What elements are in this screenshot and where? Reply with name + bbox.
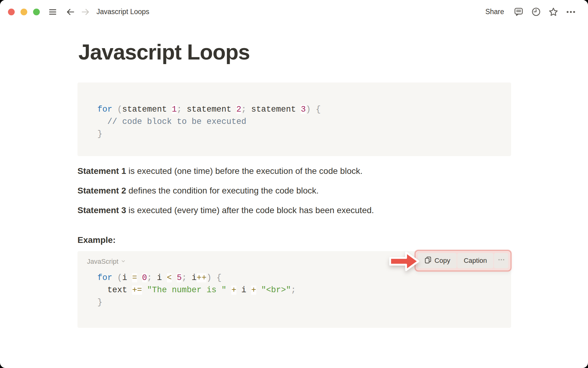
example-label: Example: <box>77 235 588 245</box>
statement-1-label: Statement 1 <box>77 166 126 176</box>
comments-button[interactable] <box>512 5 525 19</box>
titlebar-actions: Share <box>482 5 578 19</box>
sidebar-menu-button[interactable] <box>46 5 59 19</box>
caption-button-label: Caption <box>464 257 487 265</box>
ellipsis-icon <box>566 7 576 17</box>
statement-3-text: is executed (every time) after the code … <box>126 205 374 215</box>
annotation-arrow-icon <box>389 251 420 273</box>
forward-button[interactable] <box>79 5 92 19</box>
page-title: Javascript Loops <box>78 39 588 65</box>
zoom-window-button[interactable] <box>33 9 40 15</box>
statement-1-text: is executed (one time) before the execut… <box>126 166 363 176</box>
hamburger-icon <box>47 7 58 17</box>
language-selector[interactable]: JavaScript <box>87 257 126 266</box>
copy-icon <box>424 256 432 266</box>
minimize-window-button[interactable] <box>21 9 27 15</box>
titlebar: Javascript Loops Share <box>0 0 588 24</box>
clock-icon <box>531 7 541 17</box>
arrow-right-icon <box>81 7 90 17</box>
language-selector-label: JavaScript <box>87 257 119 266</box>
chevron-down-icon <box>121 257 126 266</box>
caption-button[interactable]: Caption <box>457 253 493 268</box>
statement-2-paragraph: Statement 2 defines the condition for ex… <box>77 186 588 196</box>
code-block-example: JavaScript for (i = 0; i < 5; i++) { tex… <box>77 251 511 328</box>
code-block-syntax: for (statement 1; statement 2; statement… <box>77 82 511 156</box>
arrow-left-icon <box>66 7 75 17</box>
more-options-button[interactable] <box>564 5 578 19</box>
code-content[interactable]: for (statement 1; statement 2; statement… <box>97 103 505 140</box>
document-body: Javascript Loops for (statement 1; state… <box>0 39 588 328</box>
app-window: Javascript Loops Share <box>0 0 588 368</box>
code-more-options-button[interactable] <box>494 253 508 268</box>
star-icon <box>548 7 559 17</box>
copy-button-label: Copy <box>435 257 450 265</box>
annotation-highlight-box: Copy Caption <box>415 250 511 271</box>
close-window-button[interactable] <box>8 9 15 15</box>
back-button[interactable] <box>64 5 77 19</box>
statement-3-label: Statement 3 <box>77 205 126 215</box>
statement-paragraphs: Statement 1 is executed (one time) befor… <box>77 166 588 216</box>
favorite-button[interactable] <box>547 5 560 19</box>
statement-1-paragraph: Statement 1 is executed (one time) befor… <box>77 166 588 176</box>
statement-3-paragraph: Statement 3 is executed (every time) aft… <box>77 205 588 216</box>
speech-bubble-icon <box>514 7 524 17</box>
history-button[interactable] <box>529 5 543 19</box>
statement-2-label: Statement 2 <box>77 186 126 195</box>
share-button[interactable]: Share <box>482 5 508 18</box>
titlebar-page-title: Javascript Loops <box>96 8 149 16</box>
ellipsis-icon <box>498 256 505 265</box>
window-controls <box>8 9 40 15</box>
code-content[interactable]: for (i = 0; i < 5; i++) { text += "The n… <box>97 272 505 309</box>
statement-2-text: defines the condition for executing the … <box>126 186 319 195</box>
copy-button[interactable]: Copy <box>418 253 457 268</box>
